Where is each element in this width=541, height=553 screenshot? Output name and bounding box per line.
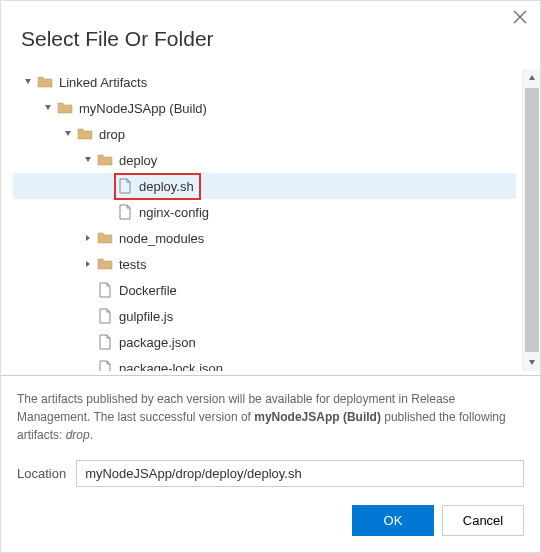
location-input[interactable] — [76, 460, 524, 487]
tree-container: Linked ArtifactsmyNodeJSApp (Build)dropd… — [1, 69, 540, 371]
file-icon — [97, 282, 113, 298]
chevron-down-icon[interactable] — [23, 77, 33, 87]
caret-spacer — [83, 363, 93, 371]
tree-row-package-json[interactable]: package.json — [13, 329, 516, 355]
file-icon — [117, 178, 133, 194]
location-label: Location — [17, 466, 66, 481]
tree-item-label: tests — [119, 257, 146, 272]
svg-marker-9 — [529, 360, 535, 365]
tree-item-label: drop — [99, 127, 125, 142]
svg-marker-8 — [529, 75, 535, 80]
chevron-right-icon[interactable] — [83, 259, 93, 269]
file-icon — [97, 360, 113, 371]
tree-row-drop[interactable]: drop — [13, 121, 516, 147]
chevron-down-icon[interactable] — [43, 103, 53, 113]
tree-item-label: deploy — [119, 153, 157, 168]
caret-spacer — [83, 285, 93, 295]
location-row: Location — [1, 454, 540, 497]
dialog-header: Select File Or Folder — [1, 1, 540, 69]
cancel-button[interactable]: Cancel — [442, 505, 524, 536]
tree-item-label: myNodeJSApp (Build) — [79, 101, 207, 116]
tree-row-dockerfile[interactable]: Dockerfile — [13, 277, 516, 303]
ok-button[interactable]: OK — [352, 505, 434, 536]
tree-row-nginx-config[interactable]: nginx-config — [13, 199, 516, 225]
folder-icon — [97, 152, 113, 168]
scrollbar[interactable] — [522, 69, 540, 371]
file-icon — [117, 204, 133, 220]
folder-icon — [37, 74, 53, 90]
file-icon — [97, 334, 113, 350]
close-icon[interactable] — [512, 9, 528, 25]
scroll-thumb[interactable] — [525, 88, 539, 352]
svg-marker-5 — [85, 157, 91, 162]
desc-artifact: drop — [66, 428, 90, 442]
file-icon — [97, 308, 113, 324]
tree-row-linked-artifacts[interactable]: Linked Artifacts — [13, 69, 516, 95]
chevron-down-icon[interactable] — [63, 129, 73, 139]
tree-item-label: node_modules — [119, 231, 204, 246]
chevron-down-icon[interactable] — [83, 155, 93, 165]
scroll-up-icon[interactable] — [523, 69, 540, 87]
tree-item-label: package-lock.json — [119, 361, 223, 372]
tree-item-label: Dockerfile — [119, 283, 177, 298]
folder-icon — [97, 230, 113, 246]
svg-marker-7 — [86, 261, 90, 267]
caret-spacer — [103, 181, 113, 191]
tree-row-package-lock-json[interactable]: package-lock.json — [13, 355, 516, 371]
svg-marker-3 — [45, 105, 51, 110]
tree-row-gulpfile-js[interactable]: gulpfile.js — [13, 303, 516, 329]
folder-icon — [77, 126, 93, 142]
caret-spacer — [83, 337, 93, 347]
artifact-description: The artifacts published by each version … — [1, 376, 540, 454]
tree-item-label: nginx-config — [139, 205, 209, 220]
tree-row-tests[interactable]: tests — [13, 251, 516, 277]
tree-row-deploy-sh[interactable]: deploy.sh — [13, 173, 516, 199]
tree-item-label: Linked Artifacts — [59, 75, 147, 90]
svg-marker-4 — [65, 131, 71, 136]
dialog-buttons: OK Cancel — [1, 497, 540, 552]
tree-item-label: gulpfile.js — [119, 309, 173, 324]
folder-icon — [57, 100, 73, 116]
file-tree[interactable]: Linked ArtifactsmyNodeJSApp (Build)dropd… — [13, 69, 522, 371]
select-file-dialog: Select File Or Folder Linked Artifactsmy… — [1, 1, 540, 552]
chevron-right-icon[interactable] — [83, 233, 93, 243]
tree-row-node-modules[interactable]: node_modules — [13, 225, 516, 251]
dialog-title: Select File Or Folder — [13, 9, 528, 69]
caret-spacer — [83, 311, 93, 321]
svg-marker-2 — [25, 79, 31, 84]
desc-source: myNodeJSApp (Build) — [254, 410, 381, 424]
tree-row-deploy[interactable]: deploy — [13, 147, 516, 173]
scroll-down-icon[interactable] — [523, 353, 540, 371]
svg-marker-6 — [86, 235, 90, 241]
folder-icon — [97, 256, 113, 272]
tree-item-label: package.json — [119, 335, 196, 350]
caret-spacer — [103, 207, 113, 217]
tree-item-label: deploy.sh — [139, 179, 194, 194]
desc-text-3: . — [90, 428, 93, 442]
tree-row-mynodejsapp-build-[interactable]: myNodeJSApp (Build) — [13, 95, 516, 121]
